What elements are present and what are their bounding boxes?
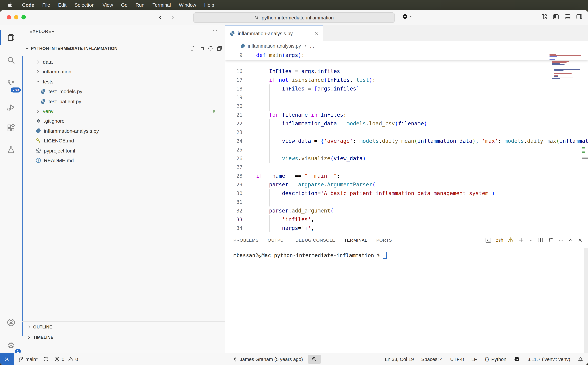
tree-item-inflammation[interactable]: inflammation — [23, 67, 223, 77]
tree-item-data[interactable]: data — [23, 57, 223, 67]
terminal-dropdown-icon[interactable] — [529, 238, 533, 242]
tree-item-tests[interactable]: tests — [23, 77, 223, 86]
zoom-status-button[interactable] — [308, 355, 321, 364]
tree-item-licence-md[interactable]: LICENCE.md — [23, 136, 223, 146]
panel-tab-ports[interactable]: PORTS — [376, 232, 392, 248]
terminal-warning-icon[interactable] — [508, 237, 514, 243]
timeline-section[interactable]: TIMELINE — [22, 332, 225, 343]
breadcrumb-symbol[interactable]: ... — [310, 43, 314, 49]
code-line-19[interactable]: 19 — [225, 93, 588, 102]
problems-status[interactable]: 0 0 — [54, 356, 78, 362]
toggle-secondary-sidebar-icon[interactable] — [576, 14, 583, 20]
menu-run[interactable]: Run — [132, 2, 149, 8]
code-line-34[interactable]: 34 nargs='+', — [225, 224, 588, 232]
tree-item-inflammation-analysis-py[interactable]: inflammation-analysis.py — [23, 126, 223, 136]
code-line-18[interactable]: 18 InFiles = [args.infiles] — [225, 84, 588, 93]
copilot-status-icon[interactable] — [514, 356, 520, 362]
tree-item-test-models-py[interactable]: test_models.py — [23, 86, 223, 96]
encoding-status[interactable]: UTF-8 — [450, 357, 464, 362]
cursor-position-status[interactable]: Ln 33, Col 19 — [385, 357, 414, 362]
new-terminal-icon[interactable] — [518, 237, 524, 243]
close-panel-icon[interactable] — [578, 238, 583, 243]
eol-status[interactable]: LF — [471, 357, 477, 362]
code-line-23[interactable]: 23 — [225, 128, 588, 137]
tree-item--gitignore[interactable]: .gitignore — [23, 116, 223, 126]
notifications-bell-icon[interactable] — [578, 356, 583, 362]
split-terminal-icon[interactable] — [537, 237, 543, 243]
code-line-27[interactable]: 27 — [225, 163, 588, 172]
terminal[interactable]: mbassan2@Mac python-intermediate-inflamm… — [233, 252, 578, 259]
panel-tab-debug-console[interactable]: DEBUG CONSOLE — [295, 232, 335, 248]
git-blame-status[interactable]: James Graham (5 years ago) — [232, 356, 303, 362]
remote-indicator[interactable] — [0, 353, 14, 365]
new-file-icon[interactable] — [190, 45, 195, 51]
code-line-31[interactable]: 31 — [225, 198, 588, 206]
refresh-icon[interactable] — [208, 45, 213, 51]
minimap[interactable] — [549, 54, 583, 108]
menu-view[interactable]: View — [99, 2, 117, 8]
sync-changes-button[interactable] — [43, 356, 49, 362]
code-line-33[interactable]: 33 'infiles', — [225, 215, 588, 224]
copilot-menu[interactable] — [402, 14, 413, 20]
menu-edit[interactable]: Edit — [54, 2, 70, 8]
code-line-20[interactable]: 20 — [225, 102, 588, 111]
toggle-panel-icon[interactable] — [564, 14, 571, 20]
sticky-scroll-line[interactable]: 9def main(args): — [225, 51, 588, 60]
panel-tab-terminal[interactable]: TERMINAL — [344, 232, 367, 248]
workspace-section-header[interactable]: PYTHON-INTERMEDIATE-INFLAMMATION — [25, 43, 222, 53]
menu-file[interactable]: File — [38, 2, 54, 8]
panel-tab-problems[interactable]: PROBLEMS — [233, 232, 259, 248]
panel-more-actions-icon[interactable] — [558, 237, 564, 243]
zoom-window-button[interactable] — [21, 15, 26, 20]
indentation-status[interactable]: Spaces: 4 — [421, 357, 443, 362]
menu-selection[interactable]: Selection — [70, 2, 98, 8]
outline-section[interactable]: OUTLINE — [22, 322, 225, 332]
breadcrumb-file[interactable]: inflammation-analysis.py — [248, 43, 301, 49]
panel-tab-output[interactable]: OUTPUT — [268, 232, 287, 248]
explorer-more-actions-icon[interactable] — [212, 28, 218, 34]
menu-code[interactable]: Code — [18, 2, 38, 8]
code-line-22[interactable]: 22 inflammation_data = models.load_csv(f… — [225, 119, 588, 128]
tab-inflammation-analysis[interactable]: inflammation-analysis.py — [225, 25, 323, 41]
tree-item-pyproject-toml[interactable]: pyproject.toml — [23, 146, 223, 155]
run-debug-view-icon[interactable] — [0, 98, 22, 117]
code-editor[interactable]: 9def main(args):16 InFiles = args.infile… — [225, 51, 588, 232]
code-line-29[interactable]: 29 parser = argparse.ArgumentParser( — [225, 180, 588, 189]
close-window-button[interactable] — [7, 15, 11, 20]
code-line-30[interactable]: 30 description='A basic patient inflamma… — [225, 189, 588, 198]
customize-layout-icon[interactable] — [541, 14, 547, 20]
new-folder-icon[interactable] — [198, 45, 204, 51]
search-view-icon[interactable] — [0, 51, 22, 70]
tree-item-venv[interactable]: venv — [23, 106, 223, 116]
code-line-17[interactable]: 17 if not isinstance(InFiles, list): — [225, 76, 588, 84]
navigate-forward-button[interactable] — [169, 14, 176, 21]
maximize-panel-icon[interactable] — [568, 238, 573, 243]
tree-item-test-patient-py[interactable]: test_patient.py — [23, 96, 223, 106]
git-branch-status[interactable]: main* — [18, 356, 38, 362]
testing-view-icon[interactable] — [0, 140, 22, 159]
overview-ruler-scrollbar[interactable] — [581, 51, 588, 232]
source-control-view-icon[interactable]: 780 — [0, 74, 22, 93]
code-line-24[interactable]: 24 view_data = {'average': models.daily_… — [225, 137, 588, 146]
breadcrumb[interactable]: inflammation-analysis.py ... — [225, 41, 588, 51]
menu-window[interactable]: Window — [175, 2, 200, 8]
code-line-21[interactable]: 21 for filename in InFiles: — [225, 111, 588, 119]
panel-scrollbar[interactable] — [584, 248, 588, 353]
code-line-26[interactable]: 26 views.visualize(view_data) — [225, 154, 588, 163]
code-line-32[interactable]: 32 parser.add_argument( — [225, 206, 588, 215]
menu-go[interactable]: Go — [117, 2, 132, 8]
extensions-view-icon[interactable] — [0, 119, 22, 137]
kill-terminal-icon[interactable] — [548, 237, 554, 243]
apple-icon[interactable] — [7, 2, 12, 8]
scrollbar-thumb[interactable] — [582, 158, 588, 159]
toggle-primary-sidebar-icon[interactable] — [553, 14, 559, 20]
navigate-back-button[interactable] — [157, 14, 164, 21]
code-line-16[interactable]: 16 InFiles = args.infiles — [225, 67, 588, 76]
minimize-window-button[interactable] — [14, 15, 18, 20]
menu-help[interactable]: Help — [200, 2, 218, 8]
language-mode-status[interactable]: {} Python — [484, 357, 506, 362]
command-center-search[interactable]: python-intermediate-inflammation — [193, 12, 395, 23]
tree-item-readme-md[interactable]: README.md — [23, 155, 223, 165]
code-line-25[interactable]: 25 — [225, 146, 588, 154]
code-line-28[interactable]: 28if __name__ == "__main__": — [225, 172, 588, 180]
